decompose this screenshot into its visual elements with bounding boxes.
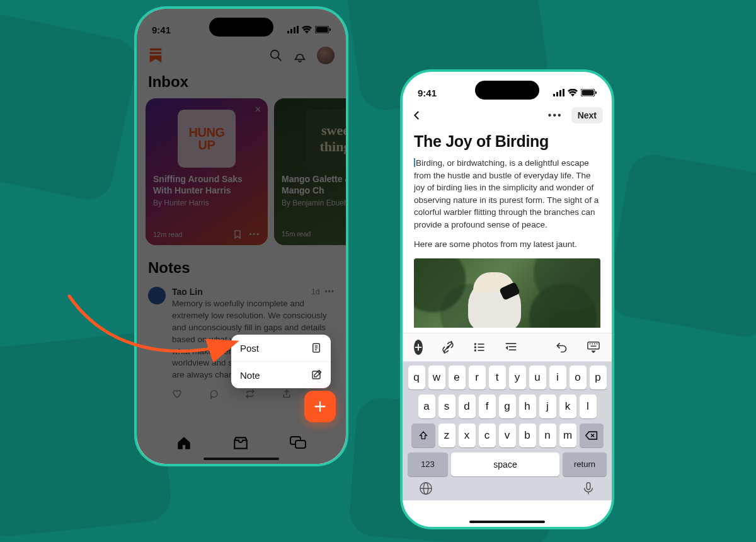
card-title: Mango Galette & Creamy Mango Ch: [282, 174, 348, 196]
post-image[interactable]: [414, 258, 600, 328]
mic-icon[interactable]: [581, 481, 595, 495]
key-space[interactable]: space: [451, 453, 559, 476]
key-u[interactable]: u: [529, 366, 546, 389]
more-icon[interactable]: •••: [324, 287, 335, 296]
note-author[interactable]: Tao Lin: [172, 287, 203, 297]
key-t[interactable]: t: [489, 366, 506, 389]
key-c[interactable]: c: [479, 424, 496, 447]
card-title: Sniffing Around Saks With Hunter Harris: [153, 174, 260, 196]
svg-rect-0: [287, 31, 289, 33]
phone-left: 9:41 Inbox ✕ HUNGUP Sniffing Around Saks…: [134, 6, 348, 466]
key-j[interactable]: j: [539, 395, 556, 418]
search-icon[interactable]: [269, 49, 283, 62]
undo-icon: [555, 341, 568, 354]
key-l[interactable]: l: [580, 395, 597, 418]
svg-rect-30: [478, 350, 484, 351]
tab-inbox-icon[interactable]: [232, 435, 249, 451]
avatar[interactable]: [317, 47, 335, 64]
svg-rect-8: [150, 52, 162, 54]
editor-body[interactable]: The Joy of Birding Birding, or birdwatch…: [403, 127, 612, 333]
comment-icon[interactable]: [209, 389, 219, 399]
key-123[interactable]: 123: [408, 453, 448, 476]
share-icon[interactable]: [282, 389, 292, 399]
svg-rect-31: [506, 343, 517, 344]
svg-line-10: [278, 57, 282, 61]
svg-rect-3: [297, 26, 299, 33]
wifi-icon: [302, 26, 312, 33]
tab-chat-icon[interactable]: [289, 435, 307, 451]
key-v[interactable]: v: [499, 424, 516, 447]
inbox-card[interactable]: ✕ HUNGUP Sniffing Around Saks With Hunte…: [146, 98, 268, 245]
wifi-icon: [568, 89, 578, 96]
back-chevron-icon[interactable]: [411, 110, 423, 121]
create-note-label: Note: [240, 370, 260, 381]
key-e[interactable]: e: [449, 366, 466, 389]
home-indicator: [203, 458, 279, 460]
key-d[interactable]: d: [459, 395, 476, 418]
key-g[interactable]: g: [499, 395, 516, 418]
editor-screen: ••• Next The Joy of Birding Birding, or …: [403, 103, 612, 529]
restack-icon[interactable]: [245, 389, 255, 399]
like-icon[interactable]: [172, 389, 182, 399]
key-b[interactable]: b: [519, 424, 536, 447]
inbox-card[interactable]: sweething Mango Galette & Creamy Mango C…: [274, 98, 348, 245]
create-note-option[interactable]: Note: [231, 361, 331, 388]
key-f[interactable]: f: [479, 395, 496, 418]
post-title[interactable]: The Joy of Birding: [414, 132, 600, 151]
globe-icon[interactable]: [419, 481, 433, 495]
editor-toolbar: [403, 333, 612, 362]
toolbar-undo-button[interactable]: [555, 340, 568, 354]
key-a[interactable]: a: [418, 395, 435, 418]
key-p[interactable]: p: [590, 366, 607, 389]
key-backspace[interactable]: [580, 424, 604, 447]
bullet-list-icon: [473, 341, 486, 354]
cellular-icon: [553, 89, 564, 96]
post-paragraph[interactable]: Here are some photos from my latest jaun…: [414, 238, 600, 251]
next-button[interactable]: Next: [571, 107, 603, 124]
key-m[interactable]: m: [559, 424, 576, 447]
key-shift[interactable]: [411, 424, 435, 447]
read-time: 12m read: [153, 231, 182, 238]
activity-bell-icon[interactable]: [293, 49, 307, 62]
toolbar-link-button[interactable]: [442, 340, 454, 354]
backspace-icon: [585, 431, 598, 440]
key-q[interactable]: q: [408, 366, 425, 389]
key-o[interactable]: o: [570, 366, 587, 389]
toolbar-outdent-button[interactable]: [505, 340, 517, 354]
key-n[interactable]: n: [539, 424, 556, 447]
post-paragraph[interactable]: Birding, or birdwatching, is a delightfu…: [414, 157, 600, 231]
svg-rect-32: [509, 346, 517, 347]
key-y[interactable]: y: [509, 366, 526, 389]
fab-new-button[interactable]: [304, 391, 336, 422]
tab-home-icon[interactable]: [176, 435, 192, 451]
more-icon[interactable]: •••: [548, 110, 563, 121]
toolbar-keyboard-dismiss-button[interactable]: [587, 340, 600, 354]
svg-rect-24: [595, 91, 597, 94]
key-w[interactable]: w: [428, 366, 445, 389]
svg-point-29: [474, 349, 476, 351]
more-icon[interactable]: •••: [249, 230, 260, 239]
close-icon[interactable]: ✕: [255, 105, 261, 114]
substack-logo-icon[interactable]: [148, 47, 163, 64]
note-time: 1d: [311, 287, 319, 296]
key-z[interactable]: z: [438, 424, 455, 447]
key-s[interactable]: s: [438, 395, 455, 418]
app-header: [146, 40, 337, 68]
svg-point-27: [474, 346, 476, 348]
avatar[interactable]: [148, 287, 166, 304]
inbox-cards[interactable]: ✕ HUNGUP Sniffing Around Saks With Hunte…: [146, 98, 337, 245]
svg-rect-23: [582, 90, 594, 96]
key-r[interactable]: r: [469, 366, 486, 389]
toolbar-bullet-list-button[interactable]: [473, 340, 486, 354]
key-return[interactable]: return: [563, 453, 607, 476]
key-h[interactable]: h: [519, 395, 536, 418]
create-post-option[interactable]: Post: [231, 335, 331, 361]
key-x[interactable]: x: [459, 424, 476, 447]
plus-icon: [313, 400, 327, 413]
note-compose-icon: [311, 369, 322, 381]
key-k[interactable]: k: [559, 395, 576, 418]
notch: [209, 18, 273, 37]
key-i[interactable]: i: [549, 366, 566, 389]
toolbar-add-button[interactable]: [414, 340, 423, 355]
bookmark-icon[interactable]: [234, 230, 241, 239]
